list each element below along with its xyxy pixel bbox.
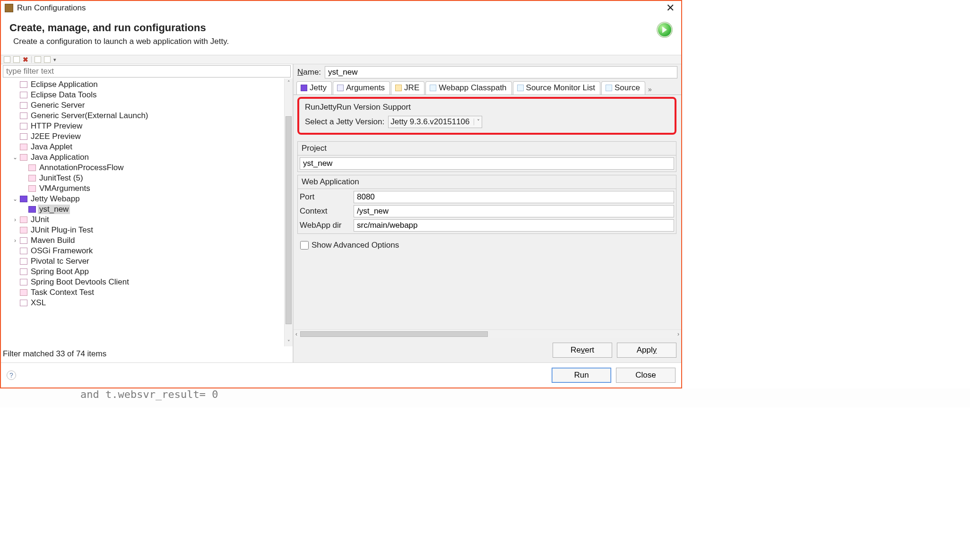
tree-item[interactable]: Eclipse Data Tools [4, 90, 282, 100]
config-type-icon [20, 123, 27, 129]
tree-item-label: OSGi Framework [29, 246, 94, 256]
port-input[interactable] [354, 191, 674, 203]
tree-item[interactable]: Eclipse Application [4, 79, 282, 90]
jetty-tab-icon [301, 85, 307, 91]
twisty-icon[interactable]: ⌄ [12, 154, 18, 161]
tree-scrollbar[interactable]: ˄ ˅ [284, 78, 293, 346]
arguments-tab-icon [337, 85, 344, 91]
apply-button[interactable]: Apply [617, 343, 676, 358]
tree-item-label: Maven Build [29, 236, 77, 245]
horizontal-scrollbar[interactable]: ‹ › [294, 329, 681, 338]
hscroll-thumb[interactable] [300, 331, 488, 337]
project-input[interactable] [300, 157, 674, 170]
tree-item-label: JUnit [29, 215, 51, 224]
tree-item[interactable]: XSL [4, 298, 282, 308]
classpath-tab-icon [430, 85, 436, 91]
tree-item[interactable]: AnnotationProcessFlow [4, 163, 282, 173]
duplicate-config-icon[interactable] [13, 56, 20, 63]
tree-item-label: JunitTest (5) [38, 173, 85, 183]
source-monitor-tab-icon [517, 85, 524, 91]
config-type-icon [20, 248, 27, 254]
tree-item[interactable]: Spring Boot App [4, 267, 282, 277]
jetty-version-combo[interactable]: Jetty 9.3.6.v20151106 ˅ [388, 116, 482, 128]
new-config-icon[interactable] [4, 56, 10, 63]
collapse-all-icon[interactable] [35, 56, 41, 63]
config-type-icon [20, 237, 27, 244]
revert-button[interactable]: Revert [553, 343, 612, 358]
tree-item[interactable]: yst_new [4, 204, 282, 215]
titlebar: Run Configurations ✕ [1, 1, 681, 15]
webapp-section: Web Application Port Context WebApp dir [297, 175, 676, 234]
context-input[interactable] [354, 205, 674, 217]
tree-item[interactable]: HTTP Preview [4, 121, 282, 131]
source-tab-icon [606, 85, 612, 91]
left-toolbar: ✖ ▾ [1, 55, 681, 64]
tree-item[interactable]: Generic Server [4, 100, 282, 111]
left-pane: Eclipse ApplicationEclipse Data ToolsGen… [1, 64, 293, 362]
tree-item-label: Jetty Webapp [29, 194, 81, 204]
config-tree[interactable]: Eclipse ApplicationEclipse Data ToolsGen… [1, 78, 284, 346]
config-type-icon [28, 206, 36, 213]
close-button[interactable]: Close [616, 368, 676, 383]
tab-source-monitor[interactable]: Source Monitor List [513, 81, 600, 95]
window-title: Run Configurations [17, 3, 86, 13]
tree-item-label: Generic Server(External Launch) [29, 111, 150, 121]
tab-jetty[interactable]: Jetty [296, 81, 332, 95]
jetty-version-highlight: RunJettyRun Version Support Select a Jet… [297, 97, 676, 135]
close-icon[interactable]: ✕ [663, 3, 677, 13]
config-type-icon [28, 185, 36, 192]
tree-item[interactable]: ⌄Jetty Webapp [4, 194, 282, 204]
tree-item[interactable]: Generic Server(External Launch) [4, 111, 282, 121]
header-heading: Create, manage, and run configurations [9, 22, 657, 34]
tree-item[interactable]: ›Maven Build [4, 235, 282, 246]
scroll-up-icon[interactable]: ˄ [285, 78, 293, 87]
tree-item[interactable]: Task Context Test [4, 287, 282, 298]
twisty-icon[interactable]: ⌄ [12, 196, 18, 202]
tab-source[interactable]: Source [601, 81, 645, 95]
config-type-icon [20, 102, 27, 109]
scroll-down-icon[interactable]: ˅ [285, 338, 293, 346]
tree-item[interactable]: Java Applet [4, 142, 282, 152]
tree-item-label: XSL [29, 298, 47, 308]
tab-arguments[interactable]: Arguments [333, 81, 390, 95]
toolbar-menu-icon[interactable]: ▾ [53, 57, 56, 63]
webappdir-label: WebApp dir [300, 219, 352, 232]
help-icon[interactable]: ? [7, 370, 16, 380]
tree-item[interactable]: J2EE Preview [4, 131, 282, 142]
filter-icon[interactable] [44, 56, 51, 63]
filter-status: Filter matched 33 of 74 items [1, 346, 293, 362]
tree-item[interactable]: ›JUnit [4, 215, 282, 225]
jetty-version-value: Jetty 9.3.6.v20151106 [390, 117, 469, 127]
hscroll-right-icon[interactable]: › [677, 331, 679, 337]
tree-item-label: Eclipse Application [29, 80, 99, 89]
scroll-thumb[interactable] [286, 116, 292, 324]
advanced-checkbox[interactable] [300, 241, 309, 250]
jre-tab-icon [395, 85, 402, 91]
tree-item-label: Eclipse Data Tools [29, 90, 98, 100]
name-input[interactable] [325, 66, 677, 78]
tree-item[interactable]: Pivotal tc Server [4, 256, 282, 267]
tree-item-label: VMArguments [38, 184, 92, 193]
config-type-icon [20, 268, 27, 275]
tabs-overflow-icon[interactable]: » [646, 84, 654, 95]
config-type-icon [28, 164, 36, 171]
config-type-icon [20, 289, 27, 296]
tree-item[interactable]: Spring Boot Devtools Client [4, 277, 282, 287]
tree-item[interactable]: OSGi Framework [4, 246, 282, 256]
twisty-icon[interactable]: › [12, 216, 18, 223]
tree-item-label: HTTP Preview [29, 121, 84, 131]
config-type-icon [20, 196, 27, 202]
tree-item[interactable]: ⌄Java Application [4, 152, 282, 163]
filter-input[interactable] [3, 65, 291, 78]
tab-jre[interactable]: JRE [391, 81, 424, 95]
tree-item[interactable]: JunitTest (5) [4, 173, 282, 183]
hscroll-left-icon[interactable]: ‹ [295, 331, 297, 337]
tab-webapp-classpath[interactable]: Webapp Classpath [425, 81, 511, 95]
tree-item[interactable]: JUnit Plug-in Test [4, 225, 282, 235]
tree-item[interactable]: VMArguments [4, 183, 282, 194]
run-button[interactable]: Run [552, 368, 611, 383]
delete-config-icon[interactable]: ✖ [23, 56, 28, 63]
project-section: Project [297, 141, 676, 172]
webappdir-input[interactable] [354, 219, 674, 232]
twisty-icon[interactable]: › [12, 237, 18, 244]
